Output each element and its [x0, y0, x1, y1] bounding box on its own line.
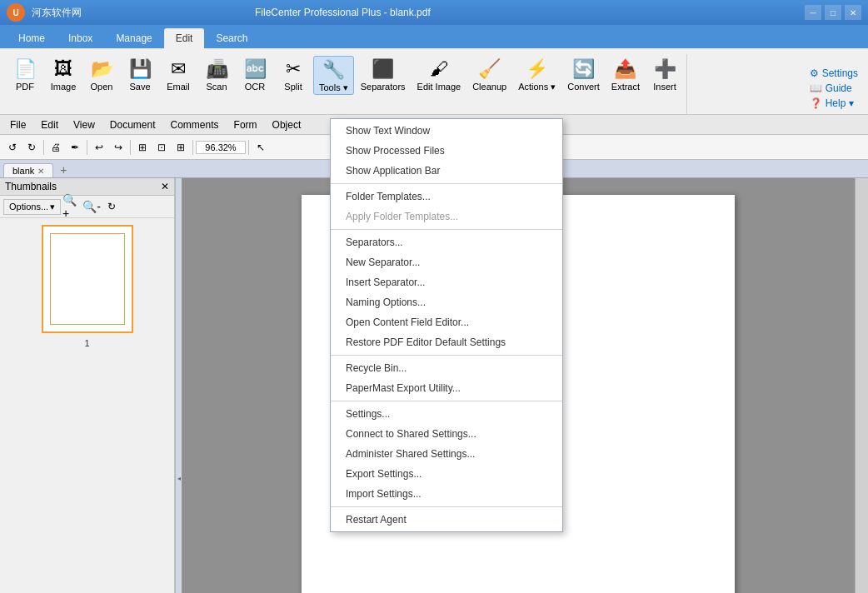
ribbon-btn-ocr[interactable]: 🔤 OCR: [237, 56, 273, 95]
redo-button[interactable]: ↪: [109, 138, 127, 157]
cleanup-label: Cleanup: [472, 82, 506, 92]
ribbon-btn-tools[interactable]: 🔧 Tools ▾: [313, 56, 354, 95]
fit-width-button[interactable]: ⊞: [133, 138, 152, 157]
ribbon-btn-insert[interactable]: ➕ Insert: [646, 56, 683, 95]
actions-icon: ⚡: [526, 58, 548, 80]
pdf-label: PDF: [16, 82, 34, 92]
menu-import-settings[interactable]: Import Settings...: [331, 484, 562, 504]
close-button[interactable]: ✕: [845, 5, 861, 20]
extract-label: Extract: [611, 82, 640, 92]
menu-show-app-bar[interactable]: Show Application Bar: [331, 161, 562, 181]
extract-icon: 📤: [614, 58, 636, 80]
ribbon-btn-cleanup[interactable]: 🧹 Cleanup: [467, 56, 511, 95]
tab-manage[interactable]: Manage: [104, 28, 163, 48]
rotate-right-button[interactable]: ↻: [22, 138, 41, 157]
doc-tab-blank-label: blank: [12, 166, 34, 176]
thumbnails-panel: Thumbnails ✕ Options... ▾ 🔍+ 🔍- ↻ 1: [0, 178, 175, 593]
menu-form[interactable]: Form: [227, 117, 264, 132]
ribbon-btn-pdf[interactable]: 📄 PDF: [7, 56, 43, 95]
menu-restore-pdf-defaults[interactable]: Restore PDF Editor Default Settings: [331, 332, 562, 352]
ribbon-btn-convert[interactable]: 🔄 Convert: [562, 56, 605, 95]
open-icon: 📂: [91, 58, 113, 80]
print-button[interactable]: 🖨: [47, 138, 65, 157]
menu-recycle-bin[interactable]: Recycle Bin...: [331, 358, 562, 378]
pdf-scrollbar[interactable]: [855, 178, 868, 593]
menu-show-processed[interactable]: Show Processed Files: [331, 141, 562, 161]
menu-new-separator[interactable]: New Separator...: [331, 252, 562, 272]
menu-papermast[interactable]: PaperMast Export Utility...: [331, 378, 562, 398]
doc-tab-blank[interactable]: blank ✕: [3, 163, 53, 177]
menu-edit[interactable]: Edit: [34, 117, 65, 132]
menu-document[interactable]: Document: [103, 117, 162, 132]
menu-separators[interactable]: Separators...: [331, 232, 562, 252]
thumbnails-content: 1: [0, 218, 174, 593]
app-logo: U: [7, 3, 25, 22]
separators-label: Separators: [361, 82, 406, 92]
window-controls: ─ □ ✕: [805, 5, 861, 20]
thumbnails-close-button[interactable]: ✕: [161, 181, 169, 192]
menu-view[interactable]: View: [67, 117, 102, 132]
zoom-level[interactable]: 96.32%: [196, 141, 246, 154]
menu-insert-separator[interactable]: Insert Separator...: [331, 272, 562, 292]
thumbnail-page-1[interactable]: [42, 225, 133, 333]
zoom-out-thumb-button[interactable]: 🔍-: [82, 197, 101, 216]
ribbon-btn-email[interactable]: ✉ Email: [160, 56, 197, 95]
menu-connect-shared[interactable]: Connect to Shared Settings...: [331, 424, 562, 444]
panel-collapse-handle[interactable]: ◂: [175, 178, 182, 593]
add-tab-button[interactable]: +: [55, 162, 72, 177]
sign-button[interactable]: ✒: [66, 138, 84, 157]
menu-restart-agent[interactable]: Restart Agent: [331, 510, 562, 530]
ribbon-btn-split[interactable]: ✂ Split: [275, 56, 312, 95]
menu-export-settings[interactable]: Export Settings...: [331, 464, 562, 484]
menu-file[interactable]: File: [3, 117, 32, 132]
edit-image-label: Edit Image: [417, 82, 461, 92]
help-label: Help ▾: [826, 97, 854, 109]
tab-inbox[interactable]: Inbox: [57, 28, 104, 48]
ribbon-btn-image[interactable]: 🖼 Image: [45, 56, 82, 95]
image-label: Image: [51, 82, 77, 92]
menu-open-content-field[interactable]: Open Content Field Editor...: [331, 312, 562, 332]
tab-search[interactable]: Search: [204, 28, 259, 48]
ribbon-row-files: 📄 PDF 🖼 Image 📂 Open 💾 Save ✉ Email 📠: [7, 56, 683, 95]
doc-tab-blank-close[interactable]: ✕: [37, 167, 44, 176]
rotate-left-button[interactable]: ↺: [3, 138, 22, 157]
ribbon-btn-separators[interactable]: ⬛ Separators: [356, 56, 411, 95]
menu-administer-shared[interactable]: Administer Shared Settings...: [331, 444, 562, 464]
guide-link[interactable]: 📖 Guide: [810, 82, 858, 94]
tab-edit[interactable]: Edit: [164, 28, 205, 48]
zoom-in-button[interactable]: ⊞: [172, 138, 190, 157]
ribbon-btn-save[interactable]: 💾 Save: [122, 56, 158, 95]
toolbar-separator-2: [87, 140, 87, 155]
ribbon-btn-extract[interactable]: 📤 Extract: [606, 56, 645, 95]
thumbnail-label-1: 1: [84, 338, 89, 348]
menu-naming-options[interactable]: Naming Options...: [331, 292, 562, 312]
ribbon-btn-edit-image[interactable]: 🖌 Edit Image: [412, 56, 466, 95]
convert-label: Convert: [567, 82, 600, 92]
open-label: Open: [91, 82, 113, 92]
settings-icon: ⚙: [810, 67, 819, 79]
thumbnails-options-button[interactable]: Options... ▾: [3, 199, 61, 215]
help-link[interactable]: ❓ Help ▾: [810, 97, 858, 109]
undo-button[interactable]: ↩: [90, 138, 108, 157]
minimize-button[interactable]: ─: [805, 5, 821, 20]
menu-sep-4: [331, 401, 562, 401]
scan-label: Scan: [206, 82, 227, 92]
tab-home[interactable]: Home: [7, 28, 57, 48]
pdf-icon: 📄: [14, 58, 37, 80]
cursor-button[interactable]: ↖: [252, 138, 270, 157]
zoom-in-thumb-button[interactable]: 🔍+: [62, 197, 81, 216]
menu-comments[interactable]: Comments: [164, 117, 226, 132]
menu-object[interactable]: Object: [266, 117, 308, 132]
toolbar-separator-3: [130, 140, 131, 155]
menu-show-text-window[interactable]: Show Text Window: [331, 121, 562, 141]
settings-link[interactable]: ⚙ Settings: [810, 67, 858, 79]
menu-settings[interactable]: Settings...: [331, 404, 562, 424]
fit-page-button[interactable]: ⊡: [152, 138, 171, 157]
menu-folder-templates[interactable]: Folder Templates...: [331, 187, 562, 207]
restore-button[interactable]: □: [825, 5, 841, 20]
ribbon-btn-actions[interactable]: ⚡ Actions ▾: [513, 56, 561, 95]
ribbon-btn-scan[interactable]: 📠 Scan: [198, 56, 235, 95]
ribbon-btn-open[interactable]: 📂 Open: [83, 56, 120, 95]
rotate-thumb-button[interactable]: ↻: [102, 197, 121, 216]
insert-label: Insert: [653, 82, 676, 92]
